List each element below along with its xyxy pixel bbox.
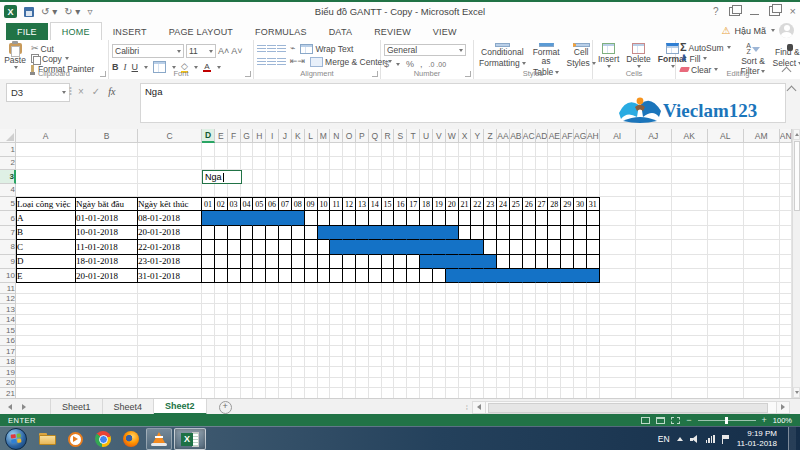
cell[interactable] xyxy=(548,283,561,294)
row-header-7[interactable]: 7 xyxy=(0,226,16,240)
network-icon[interactable] xyxy=(706,435,715,443)
cell[interactable] xyxy=(407,357,420,368)
cell[interactable] xyxy=(548,157,561,171)
sort-filter-button[interactable]: AZ Sort &Filter xyxy=(739,42,768,69)
table-cell[interactable] xyxy=(574,226,587,240)
cell[interactable] xyxy=(672,240,708,254)
cell[interactable] xyxy=(202,184,215,198)
cell[interactable] xyxy=(600,240,636,254)
table-cell[interactable]: 31 xyxy=(587,197,600,211)
cell[interactable] xyxy=(215,378,228,389)
cell[interactable] xyxy=(708,378,744,389)
cell[interactable] xyxy=(636,294,672,305)
cell[interactable] xyxy=(497,378,510,389)
ribbon-tab-file[interactable]: FILE xyxy=(6,23,48,40)
cell[interactable] xyxy=(356,294,369,305)
cell[interactable] xyxy=(305,388,318,398)
table-cell[interactable]: Loại công việc xyxy=(16,197,76,211)
table-cell[interactable]: 25 xyxy=(510,197,523,211)
gantt-bar-cell[interactable] xyxy=(446,255,459,269)
cell[interactable] xyxy=(356,315,369,326)
cell[interactable] xyxy=(636,325,672,336)
cell[interactable] xyxy=(253,378,266,389)
cell[interactable] xyxy=(523,336,536,347)
cell[interactable] xyxy=(330,336,343,347)
cell[interactable] xyxy=(369,304,382,315)
table-cell[interactable] xyxy=(215,240,228,254)
zoom-level[interactable]: 100% xyxy=(773,416,792,425)
table-cell[interactable]: 03 xyxy=(228,197,241,211)
table-cell[interactable] xyxy=(561,211,574,225)
cell[interactable] xyxy=(708,269,744,283)
table-cell[interactable] xyxy=(253,226,266,240)
table-cell[interactable] xyxy=(407,255,420,269)
row-header-1[interactable]: 1 xyxy=(0,143,16,157)
cell[interactable] xyxy=(708,283,744,294)
cell[interactable] xyxy=(497,304,510,315)
column-header-D[interactable]: D xyxy=(202,129,215,143)
cell[interactable] xyxy=(497,315,510,326)
cell[interactable] xyxy=(356,357,369,368)
cell[interactable] xyxy=(343,325,356,336)
cell[interactable] xyxy=(292,367,305,378)
cell[interactable] xyxy=(369,378,382,389)
cell[interactable] xyxy=(382,346,395,357)
cell[interactable] xyxy=(330,283,343,294)
cell[interactable] xyxy=(16,283,76,294)
cell[interactable] xyxy=(497,325,510,336)
cell[interactable] xyxy=(561,367,574,378)
cell[interactable] xyxy=(16,325,76,336)
start-button[interactable] xyxy=(5,428,27,450)
cell[interactable] xyxy=(420,283,433,294)
cell[interactable] xyxy=(202,357,215,368)
cell[interactable] xyxy=(343,294,356,305)
tab-splitter[interactable]: ⁞ xyxy=(466,403,468,412)
cell[interactable] xyxy=(548,367,561,378)
cell[interactable] xyxy=(356,157,369,171)
cell[interactable] xyxy=(561,357,574,368)
cell[interactable] xyxy=(780,157,792,171)
avatar[interactable] xyxy=(779,23,794,38)
cell[interactable] xyxy=(382,304,395,315)
cell[interactable] xyxy=(574,184,587,198)
cell[interactable] xyxy=(266,304,279,315)
taskbar-vlc-button[interactable] xyxy=(146,428,172,450)
cell[interactable] xyxy=(708,226,744,240)
table-cell[interactable] xyxy=(510,255,523,269)
table-cell[interactable] xyxy=(369,211,382,225)
cell[interactable] xyxy=(356,367,369,378)
gantt-bar-cell[interactable] xyxy=(471,240,484,254)
table-cell[interactable] xyxy=(548,226,561,240)
cell[interactable] xyxy=(420,378,433,389)
cell[interactable] xyxy=(305,367,318,378)
cell[interactable] xyxy=(510,157,523,171)
cell[interactable] xyxy=(574,304,587,315)
cell[interactable] xyxy=(292,315,305,326)
cell[interactable] xyxy=(587,336,600,347)
cell[interactable] xyxy=(484,283,497,294)
cell[interactable] xyxy=(241,170,254,184)
cell[interactable] xyxy=(16,294,76,305)
cell[interactable] xyxy=(76,325,138,336)
cell[interactable] xyxy=(510,367,523,378)
gantt-bar-cell[interactable] xyxy=(228,211,241,225)
column-header-M[interactable]: M xyxy=(318,129,331,143)
cell[interactable] xyxy=(600,184,636,198)
cell[interactable] xyxy=(587,184,600,198)
cell[interactable] xyxy=(780,143,792,157)
cell[interactable] xyxy=(305,336,318,347)
cell[interactable] xyxy=(433,367,446,378)
cell[interactable] xyxy=(471,170,484,184)
ribbon-tab-home[interactable]: HOME xyxy=(50,22,102,40)
cell[interactable] xyxy=(672,336,708,347)
table-cell[interactable]: 11-01-2018 xyxy=(76,240,138,254)
cell[interactable] xyxy=(600,170,636,184)
gantt-bar-cell[interactable] xyxy=(510,269,523,283)
cell[interactable] xyxy=(471,283,484,294)
cell[interactable] xyxy=(202,294,215,305)
comma-button[interactable]: , xyxy=(420,60,423,69)
row-header-15[interactable]: 15 xyxy=(0,325,16,336)
table-cell[interactable]: 28 xyxy=(548,197,561,211)
table-cell[interactable]: C xyxy=(16,240,76,254)
cell[interactable] xyxy=(636,346,672,357)
